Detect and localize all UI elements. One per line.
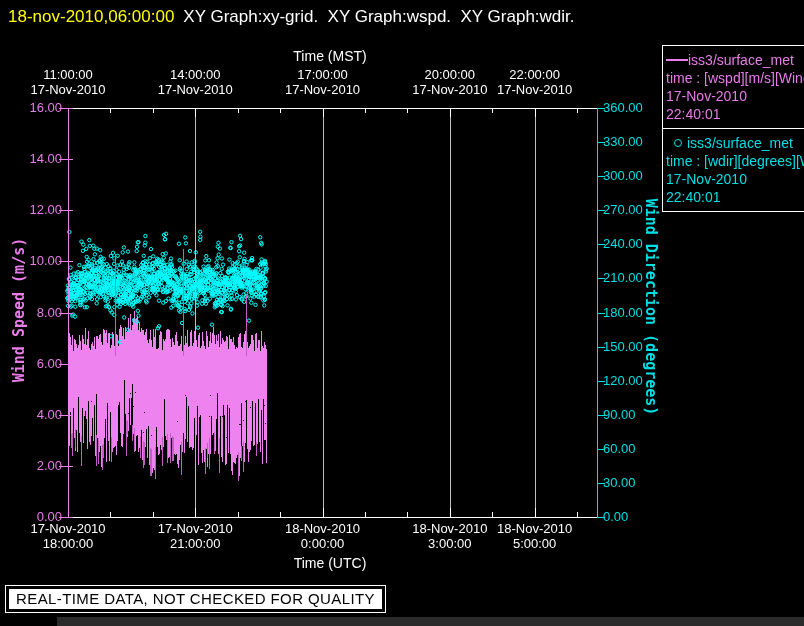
xy-graph-window: { "window": { "title_datetime": "18-nov-… <box>0 0 804 626</box>
xy-plot-area[interactable] <box>0 0 804 626</box>
